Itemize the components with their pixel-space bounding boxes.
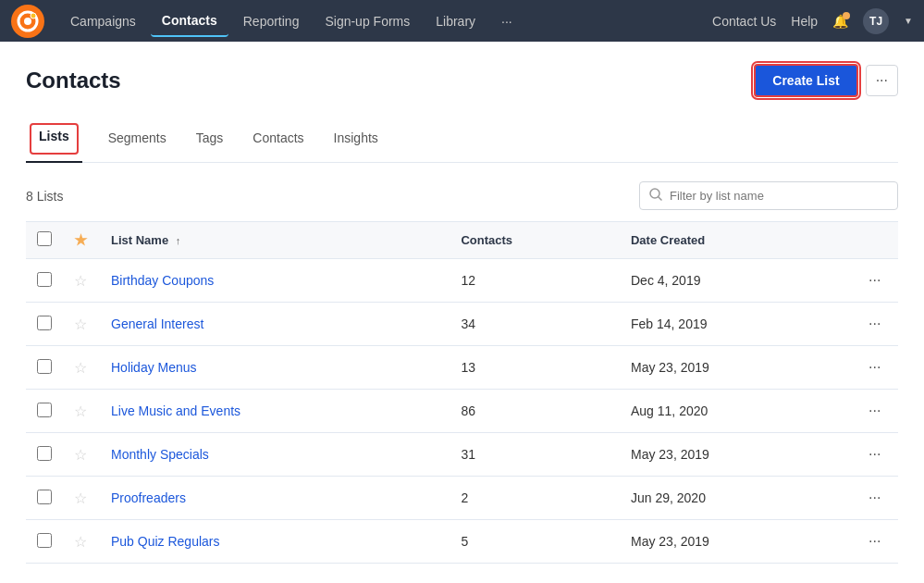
row-name-4[interactable]: Live Music and Events bbox=[100, 390, 450, 433]
row-checkbox-5[interactable] bbox=[37, 446, 52, 461]
nav-chevron-down-icon[interactable]: ▼ bbox=[904, 16, 913, 26]
lists-table: ★ List Name ↑ Contacts Date Created ☆ Bi… bbox=[26, 221, 898, 564]
nav-signup-forms[interactable]: Sign-up Forms bbox=[314, 6, 421, 36]
nav-reporting[interactable]: Reporting bbox=[232, 6, 311, 36]
nav-campaigns[interactable]: Campaigns bbox=[59, 6, 147, 36]
nav-notifications[interactable]: 🔔 bbox=[832, 14, 848, 29]
row-star-cell: ☆ bbox=[63, 303, 100, 346]
row-date-1: Dec 4, 2019 bbox=[620, 259, 852, 303]
row-star-icon-2[interactable]: ☆ bbox=[74, 316, 87, 332]
row-name-2[interactable]: General Interest bbox=[100, 303, 450, 346]
nav-library[interactable]: Library bbox=[425, 6, 487, 36]
svg-point-3 bbox=[31, 13, 36, 19]
tab-insights[interactable]: Insights bbox=[330, 123, 382, 155]
search-icon bbox=[649, 188, 662, 204]
row-star-icon-5[interactable]: ☆ bbox=[74, 447, 87, 463]
th-star: ★ bbox=[63, 222, 100, 259]
row-star-icon-1[interactable]: ☆ bbox=[74, 273, 87, 289]
row-checkbox-4[interactable] bbox=[37, 403, 52, 417]
row-star-icon-7[interactable]: ☆ bbox=[74, 534, 87, 550]
th-contacts: Contacts bbox=[450, 222, 620, 259]
row-star-cell: ☆ bbox=[63, 390, 100, 433]
nav-more[interactable]: ··· bbox=[490, 6, 524, 36]
row-star-cell: ☆ bbox=[63, 259, 100, 303]
row-checkbox-2[interactable] bbox=[37, 316, 52, 330]
row-contacts-5: 31 bbox=[450, 433, 620, 477]
row-actions-cell-2: ··· bbox=[852, 303, 898, 346]
top-navigation: Campaigns Contacts Reporting Sign-up For… bbox=[0, 0, 924, 42]
svg-line-5 bbox=[659, 197, 661, 200]
tab-contacts[interactable]: Contacts bbox=[249, 123, 307, 155]
header-more-button[interactable]: ··· bbox=[866, 65, 898, 96]
th-list-name[interactable]: List Name ↑ bbox=[100, 222, 450, 259]
row-checkbox-cell bbox=[26, 477, 63, 520]
nav-contact-us[interactable]: Contact Us bbox=[712, 14, 776, 29]
tab-lists[interactable]: Lists bbox=[26, 116, 82, 162]
tab-tags[interactable]: Tags bbox=[192, 123, 228, 155]
create-list-button[interactable]: Create List bbox=[754, 64, 857, 97]
row-actions-cell-4: ··· bbox=[852, 390, 898, 433]
row-contacts-1: 12 bbox=[450, 259, 620, 303]
nav-right: Contact Us Help 🔔 TJ ▼ bbox=[712, 8, 913, 34]
row-star-icon-6[interactable]: ☆ bbox=[74, 490, 87, 506]
page-content: Contacts Create List ··· Lists Segments … bbox=[0, 42, 924, 583]
row-checkbox-cell bbox=[26, 520, 63, 564]
row-date-7: May 23, 2019 bbox=[620, 520, 852, 564]
row-actions-button-1[interactable]: ··· bbox=[863, 270, 886, 291]
row-actions-cell-1: ··· bbox=[852, 259, 898, 303]
table-header-row: ★ List Name ↑ Contacts Date Created bbox=[26, 222, 898, 259]
sort-arrow-icon: ↑ bbox=[176, 235, 181, 246]
row-date-5: May 23, 2019 bbox=[620, 433, 852, 477]
row-star-cell: ☆ bbox=[63, 346, 100, 390]
table-row: ☆ Holiday Menus 13 May 23, 2019 ··· bbox=[26, 346, 898, 390]
user-avatar[interactable]: TJ bbox=[863, 8, 889, 34]
search-input[interactable] bbox=[670, 189, 888, 203]
table-row: ☆ Birthday Coupons 12 Dec 4, 2019 ··· bbox=[26, 259, 898, 303]
row-contacts-2: 34 bbox=[450, 303, 620, 346]
select-all-checkbox[interactable] bbox=[37, 231, 52, 246]
table-row: ☆ Pub Quiz Regulars 5 May 23, 2019 ··· bbox=[26, 520, 898, 564]
table-row: ☆ Proofreaders 2 Jun 29, 2020 ··· bbox=[26, 477, 898, 520]
table-row: ☆ Monthly Specials 31 May 23, 2019 ··· bbox=[26, 433, 898, 477]
row-actions-button-2[interactable]: ··· bbox=[863, 314, 886, 334]
row-actions-button-5[interactable]: ··· bbox=[863, 444, 886, 465]
table-row: ☆ General Interest 34 Feb 14, 2019 ··· bbox=[26, 303, 898, 346]
row-checkbox-3[interactable] bbox=[37, 359, 52, 374]
row-star-cell: ☆ bbox=[63, 520, 100, 564]
row-star-cell: ☆ bbox=[63, 477, 100, 520]
row-actions-button-6[interactable]: ··· bbox=[863, 488, 886, 508]
row-name-1[interactable]: Birthday Coupons bbox=[100, 259, 450, 303]
row-actions-button-3[interactable]: ··· bbox=[863, 357, 886, 378]
row-date-4: Aug 11, 2020 bbox=[620, 390, 852, 433]
nav-links: Campaigns Contacts Reporting Sign-up For… bbox=[59, 6, 712, 37]
row-name-5[interactable]: Monthly Specials bbox=[100, 433, 450, 477]
row-name-7[interactable]: Pub Quiz Regulars bbox=[100, 520, 450, 564]
row-actions-cell-7: ··· bbox=[852, 520, 898, 564]
row-checkbox-cell bbox=[26, 390, 63, 433]
row-checkbox-cell bbox=[26, 433, 63, 477]
th-actions bbox=[852, 222, 898, 259]
row-checkbox-cell bbox=[26, 346, 63, 390]
nav-help[interactable]: Help bbox=[791, 14, 818, 29]
row-name-6[interactable]: Proofreaders bbox=[100, 477, 450, 520]
row-checkbox-1[interactable] bbox=[37, 272, 52, 287]
row-star-icon-3[interactable]: ☆ bbox=[74, 360, 87, 376]
row-checkbox-6[interactable] bbox=[37, 490, 52, 504]
row-checkbox-7[interactable] bbox=[37, 533, 52, 548]
row-star-icon-4[interactable]: ☆ bbox=[74, 403, 87, 419]
row-star-cell: ☆ bbox=[63, 433, 100, 477]
app-logo[interactable] bbox=[11, 5, 44, 38]
row-actions-button-7[interactable]: ··· bbox=[863, 531, 886, 552]
th-select-all bbox=[26, 222, 63, 259]
header-star-icon: ★ bbox=[74, 232, 87, 248]
header-actions: Create List ··· bbox=[754, 64, 898, 97]
nav-contacts[interactable]: Contacts bbox=[151, 6, 228, 37]
search-box[interactable] bbox=[639, 181, 898, 210]
svg-point-2 bbox=[24, 18, 31, 25]
table-row: ☆ Live Music and Events 86 Aug 11, 2020 … bbox=[26, 390, 898, 433]
row-actions-button-4[interactable]: ··· bbox=[863, 401, 886, 421]
row-name-3[interactable]: Holiday Menus bbox=[100, 346, 450, 390]
row-date-3: May 23, 2019 bbox=[620, 346, 852, 390]
tab-segments[interactable]: Segments bbox=[105, 123, 170, 155]
row-actions-cell-3: ··· bbox=[852, 346, 898, 390]
